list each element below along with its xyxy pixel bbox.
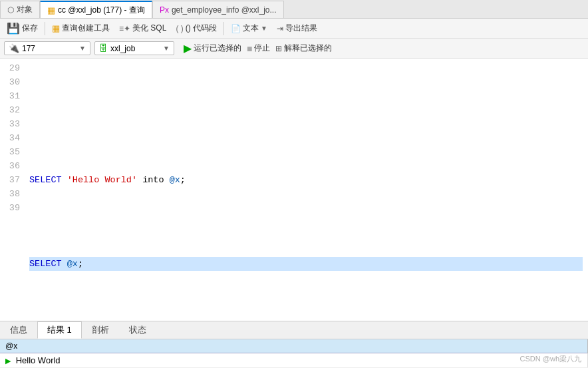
- code-line-32: [29, 215, 583, 229]
- export-icon: ⇥: [277, 24, 283, 33]
- connection-select[interactable]: 🔌 177 ▼: [4, 41, 90, 55]
- query-builder-button[interactable]: ▦ 查询创建工具: [48, 21, 114, 35]
- line-num-34: 34: [5, 131, 20, 145]
- query-builder-icon: ▦: [52, 23, 60, 33]
- separator-1: [45, 22, 45, 35]
- tab-query[interactable]: ▦ cc @xxl_job (177) - 查询: [40, 1, 152, 18]
- keyword-select-33: SELECT: [29, 257, 62, 271]
- text-label: 文本: [243, 23, 259, 34]
- result-col-header: @x: [0, 339, 588, 353]
- separator-2: [223, 22, 224, 35]
- watermark: CSDN @wh梁八九: [520, 354, 581, 364]
- beautify-label: 美化 SQL: [132, 23, 166, 34]
- result-cell-hello: ▶ Hello World: [0, 353, 588, 368]
- editor-wrapper: 29 30 31 32 33 34 35 36 37 38 39 SE: [0, 59, 588, 321]
- result-value: Hello World: [16, 355, 61, 365]
- result-data-row: ▶ Hello World: [0, 353, 588, 368]
- query-builder-label: 查询创建工具: [62, 23, 110, 34]
- connection-arrow-icon: ▼: [79, 45, 86, 52]
- database-select[interactable]: 🗄 xxl_job ▼: [94, 41, 174, 55]
- line-num-36: 36: [5, 159, 20, 173]
- tab-proc[interactable]: Px get_employee_info @xxl_jo...: [152, 1, 284, 18]
- bottom-tabs: 信息 结果 1 剖析 状态: [0, 321, 588, 339]
- line-num-32: 32: [5, 103, 20, 117]
- stop-label: 停止: [254, 43, 270, 54]
- beautify-button[interactable]: ≡✦ 美化 SQL: [115, 21, 170, 35]
- result-panel: @x ▶ Hello World CSDN @wh梁八九: [0, 339, 588, 368]
- code-button[interactable]: ( ) () 代码段: [172, 21, 221, 35]
- save-label: 保存: [22, 23, 38, 34]
- tab-query-label: cc @xxl_job (177) - 查询: [58, 5, 145, 16]
- tab-status[interactable]: 状态: [119, 321, 156, 339]
- run-arrow-icon: ▶: [184, 42, 192, 55]
- editor-container: 29 30 31 32 33 34 35 36 37 38 39 SE: [0, 59, 588, 321]
- code-line-29: [29, 89, 583, 103]
- line-num-37: 37: [5, 173, 20, 187]
- proc-icon: Px: [160, 5, 169, 15]
- tab-objects[interactable]: ⬡ 对象: [0, 1, 40, 18]
- line-num-30: 30: [5, 75, 20, 89]
- text-icon: 📄: [231, 24, 241, 33]
- var-x-31: @x: [170, 173, 180, 187]
- export-label: 导出结果: [285, 23, 317, 34]
- semi-33: ;: [78, 257, 83, 271]
- explain-label: 解释已选择的: [284, 43, 332, 54]
- tab-result1-label: 结果 1: [47, 324, 72, 336]
- stop-icon: ■: [247, 43, 252, 54]
- var-x-33: @x: [67, 257, 78, 271]
- row-indicator-icon: ▶: [5, 357, 13, 365]
- into-keyword: into: [137, 173, 170, 187]
- code-line-31: SELECT 'Hello World' into @x ;: [29, 173, 583, 187]
- result-table: @x ▶ Hello World: [0, 339, 588, 368]
- tab-objects-label: 对象: [17, 4, 33, 15]
- line-num-39: 39: [5, 201, 20, 215]
- explain-icon: ⊞: [275, 44, 282, 53]
- code-content[interactable]: SELECT 'Hello World' into @x ; SELECT @x…: [24, 59, 588, 321]
- tab-bar: ⬡ 对象 ▦ cc @xxl_job (177) - 查询 Px get_emp…: [0, 0, 588, 19]
- conn-bar: 🔌 177 ▼ 🗄 xxl_job ▼ ▶ 运行已选择的 ■ 停止 ⊞ 解释已选…: [0, 39, 588, 59]
- code-line-34: [29, 299, 583, 313]
- line-num-31: 31: [5, 89, 20, 103]
- export-button[interactable]: ⇥ 导出结果: [273, 21, 321, 35]
- text-button[interactable]: 📄 文本 ▼: [227, 21, 271, 35]
- space-31a: [62, 173, 67, 187]
- code-line-33: SELECT @x ;: [29, 257, 583, 271]
- line-num-29: 29: [5, 61, 20, 75]
- database-arrow-icon: ▼: [163, 45, 170, 52]
- stop-button[interactable]: ■ 停止: [247, 43, 270, 54]
- code-icon: ( ): [176, 24, 183, 33]
- string-hello: 'Hello World': [67, 173, 137, 187]
- tab-analyze[interactable]: 剖析: [82, 321, 119, 339]
- save-icon: 💾: [7, 22, 20, 35]
- table-icon: ▦: [47, 5, 55, 15]
- code-label: () 代码段: [186, 23, 217, 34]
- line-num-35: 35: [5, 145, 20, 159]
- save-button[interactable]: 💾 保存: [3, 21, 42, 36]
- result-header-row: @x: [0, 339, 588, 353]
- space-33: [62, 257, 67, 271]
- run-buttons: ▶ 运行已选择的 ■ 停止 ⊞ 解释已选择的: [184, 42, 332, 55]
- tab-analyze-label: 剖析: [92, 324, 109, 336]
- tab-info[interactable]: 信息: [0, 321, 37, 339]
- tab-status-label: 状态: [129, 324, 146, 336]
- editor-scroll[interactable]: 29 30 31 32 33 34 35 36 37 38 39 SE: [0, 59, 588, 321]
- watermark-text: CSDN @wh梁八九: [520, 355, 581, 363]
- text-dropdown-icon: ▼: [261, 25, 267, 32]
- database-value: xxl_job: [110, 44, 135, 53]
- line-numbers: 29 30 31 32 33 34 35 36 37 38 39: [0, 59, 24, 321]
- explain-button[interactable]: ⊞ 解释已选择的: [275, 43, 332, 54]
- main-layout: ⬡ 对象 ▦ cc @xxl_job (177) - 查询 Px get_emp…: [0, 0, 588, 368]
- run-selected-button[interactable]: ▶ 运行已选择的: [184, 42, 241, 55]
- connection-icon: 🔌: [9, 43, 19, 53]
- tab-proc-label: get_employee_info @xxl_jo...: [172, 5, 277, 15]
- object-icon: ⬡: [7, 5, 14, 15]
- line-num-33: 33: [5, 117, 20, 131]
- tab-info-label: 信息: [10, 324, 27, 336]
- line-num-38: 38: [5, 187, 20, 201]
- beautify-icon: ≡✦: [119, 24, 130, 33]
- tab-result1[interactable]: 结果 1: [37, 321, 82, 339]
- code-line-30: [29, 131, 583, 145]
- database-icon: 🗄: [99, 43, 108, 53]
- connection-value: 177: [22, 44, 35, 53]
- toolbar: 💾 保存 ▦ 查询创建工具 ≡✦ 美化 SQL ( ) () 代码段 📄 文本 …: [0, 19, 588, 39]
